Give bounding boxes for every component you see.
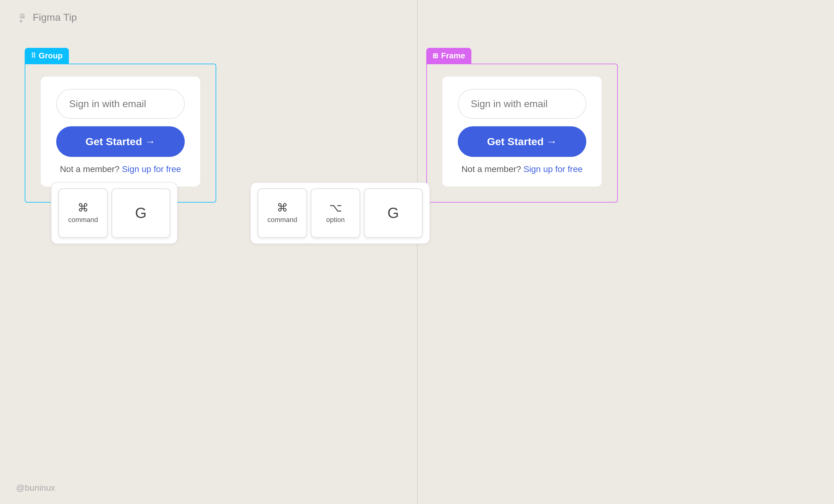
figma-icon: [16, 11, 28, 23]
group-card: Get Started → Not a member? Sign up for …: [25, 64, 216, 203]
frame-card: Get Started → Not a member? Sign up for …: [426, 64, 618, 203]
group-badge-label: Group: [39, 51, 63, 61]
right-command-key: ⌘ command: [258, 189, 307, 238]
right-panel: ⊞ Frame Get Started → Not a member? Sign…: [426, 48, 618, 203]
right-member-text: Not a member? Sign up for free: [458, 164, 586, 174]
right-shortcuts-keys: ⌘ command ⌥ option G: [250, 182, 430, 244]
left-email-input[interactable]: [56, 89, 185, 119]
g-letter-left: G: [135, 206, 147, 220]
header: Figma Tip: [16, 11, 77, 23]
g-letter-right: G: [387, 206, 399, 220]
footer: @buninux: [16, 483, 55, 493]
command-symbol-left: ⌘: [78, 202, 89, 213]
left-get-started-button[interactable]: Get Started →: [56, 126, 185, 157]
right-option-key: ⌥ option: [311, 189, 360, 238]
left-g-key: G: [111, 189, 170, 238]
group-badge: ⠿ Group: [25, 48, 69, 64]
right-shortcuts-wrapper: ⌘ command ⌥ option G: [250, 182, 430, 244]
footer-username: @buninux: [16, 483, 55, 492]
option-symbol-right: ⌥: [329, 202, 342, 213]
group-inner-card: Get Started → Not a member? Sign up for …: [41, 76, 200, 187]
left-panel: ⠿ Group Get Started → Not a member? Sign…: [25, 48, 216, 203]
app-title: Figma Tip: [33, 12, 77, 23]
right-g-key: G: [364, 189, 422, 238]
left-shortcuts-keys: ⌘ command G: [51, 182, 178, 244]
frame-badge-label: Frame: [441, 51, 465, 61]
command-symbol-right: ⌘: [277, 202, 288, 213]
option-label-right: option: [326, 216, 345, 224]
right-email-input[interactable]: [458, 89, 586, 119]
group-badge-icon: ⠿: [31, 52, 36, 60]
left-member-text: Not a member? Sign up for free: [56, 164, 185, 174]
frame-badge-icon: ⊞: [433, 52, 438, 60]
left-signup-link[interactable]: Sign up for free: [122, 164, 181, 174]
vertical-divider: [417, 0, 418, 504]
left-shortcuts-wrapper: ⌘ command G: [51, 182, 178, 244]
left-command-key: ⌘ command: [58, 189, 108, 238]
command-label-right: command: [267, 216, 298, 224]
frame-badge: ⊞ Frame: [426, 48, 471, 64]
right-get-started-button[interactable]: Get Started →: [458, 126, 586, 157]
frame-inner-card: Get Started → Not a member? Sign up for …: [442, 76, 602, 187]
command-label-left: command: [68, 216, 98, 224]
right-signup-link[interactable]: Sign up for free: [524, 164, 583, 174]
